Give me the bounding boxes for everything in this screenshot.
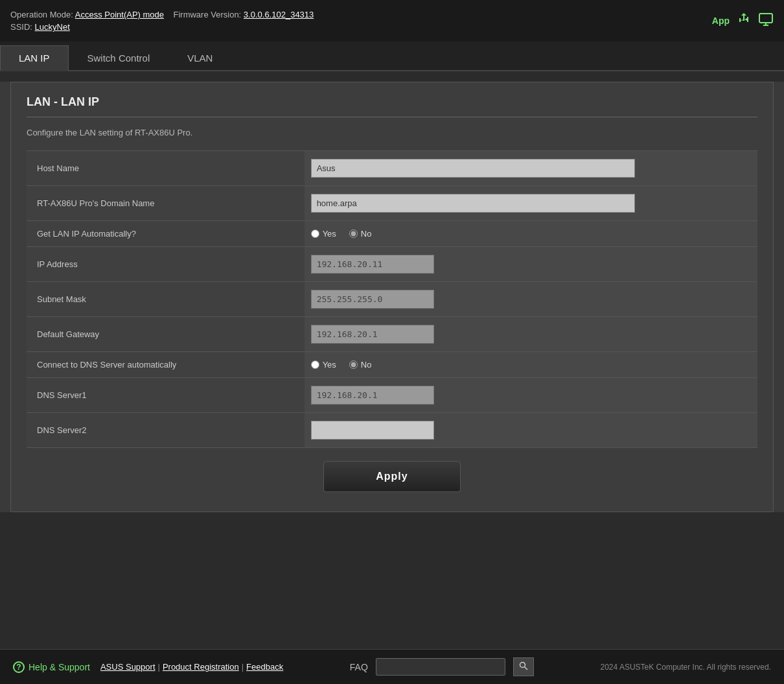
- row-host-name: Host Name: [27, 151, 757, 186]
- dns-server2-cell: [305, 413, 757, 448]
- faq-search-input[interactable]: [376, 658, 505, 676]
- help-icon: ?: [13, 661, 25, 673]
- connect-dns-yes-text: Yes: [323, 360, 336, 370]
- top-bar-actions: App: [712, 12, 774, 30]
- ssid-link[interactable]: LuckyNet: [35, 22, 70, 32]
- svg-rect-0: [759, 14, 772, 23]
- faq-label: FAQ: [350, 662, 368, 672]
- tab-switch-control[interactable]: Switch Control: [69, 45, 169, 71]
- faq-search-button[interactable]: [513, 657, 534, 676]
- connect-dns-yes-label[interactable]: Yes: [311, 360, 336, 370]
- ssid-info: SSID: LuckyNet: [10, 22, 314, 32]
- domain-name-input[interactable]: [311, 194, 635, 213]
- footer-center: FAQ: [350, 657, 534, 676]
- dns-server1-cell: [305, 378, 757, 413]
- section-description: Configure the LAN setting of RT-AX86U Pr…: [27, 128, 757, 137]
- app-label: App: [712, 16, 730, 26]
- host-name-label: Host Name: [27, 151, 305, 186]
- get-lan-ip-no-label[interactable]: No: [349, 229, 372, 239]
- ssid-label: SSID:: [10, 22, 32, 32]
- main-content: LAN - LAN IP Configure the LAN setting o…: [0, 82, 784, 512]
- row-connect-dns: Connect to DNS Server automatically Yes …: [27, 352, 757, 378]
- dns-server2-label: DNS Server2: [27, 413, 305, 448]
- connect-dns-no-radio[interactable]: [349, 360, 358, 369]
- feedback-link[interactable]: Feedback: [246, 662, 283, 672]
- connect-dns-label: Connect to DNS Server automatically: [27, 352, 305, 378]
- default-gateway-input[interactable]: [311, 325, 434, 344]
- firmware-link[interactable]: 3.0.0.6.102_34313: [244, 10, 314, 19]
- tab-bar: LAN IP Switch Control VLAN: [0, 41, 784, 71]
- footer-copyright: 2024 ASUSTeK Computer Inc. All rights re…: [601, 663, 771, 672]
- host-name-input[interactable]: [311, 159, 635, 178]
- connect-dns-cell: Yes No: [305, 352, 757, 378]
- get-lan-ip-yes-radio[interactable]: [311, 230, 319, 238]
- footer-links: ASUS Support | Product Registration | Fe…: [100, 662, 283, 672]
- row-subnet-mask: Subnet Mask: [27, 282, 757, 317]
- dns-server1-label: DNS Server1: [27, 378, 305, 413]
- ip-address-label: IP Address: [27, 247, 305, 282]
- lan-ip-form: Host Name RT-AX86U Pro's Domain Name Get…: [27, 150, 757, 448]
- subnet-mask-cell: [305, 282, 757, 317]
- get-lan-ip-label: Get LAN IP Automatically?: [27, 221, 305, 247]
- subnet-mask-label: Subnet Mask: [27, 282, 305, 317]
- screen-icon[interactable]: [758, 12, 774, 30]
- ip-address-input[interactable]: [311, 255, 434, 274]
- get-lan-ip-no-radio[interactable]: [349, 230, 358, 238]
- help-support-label: Help & Support: [29, 662, 90, 672]
- top-bar: Operation Mode: Access Point(AP) mode Fi…: [0, 0, 784, 41]
- help-support-link[interactable]: ? Help & Support: [13, 661, 90, 673]
- get-lan-ip-yes-text: Yes: [323, 229, 336, 239]
- row-ip-address: IP Address: [27, 247, 757, 282]
- footer-left: ? Help & Support ASUS Support | Product …: [13, 661, 283, 673]
- connect-dns-no-text: No: [361, 360, 372, 370]
- product-registration-link[interactable]: Product Registration: [163, 662, 239, 672]
- row-dns-server2: DNS Server2: [27, 413, 757, 448]
- default-gateway-cell: [305, 317, 757, 352]
- get-lan-ip-no-text: No: [361, 229, 372, 239]
- get-lan-ip-radio-group: Yes No: [311, 229, 751, 239]
- asus-support-link[interactable]: ASUS Support: [100, 662, 156, 672]
- connect-dns-yes-radio[interactable]: [311, 360, 319, 369]
- usb-icon[interactable]: [736, 12, 752, 30]
- row-default-gateway: Default Gateway: [27, 317, 757, 352]
- default-gateway-label: Default Gateway: [27, 317, 305, 352]
- tab-vlan[interactable]: VLAN: [168, 45, 231, 71]
- row-dns-server1: DNS Server1: [27, 378, 757, 413]
- tab-lan-ip[interactable]: LAN IP: [0, 45, 69, 71]
- footer: ? Help & Support ASUS Support | Product …: [0, 649, 784, 684]
- host-name-cell: [305, 151, 757, 186]
- dns-server1-input[interactable]: [311, 386, 434, 405]
- svg-line-2: [524, 667, 527, 670]
- copyright-text: 2024 ASUSTeK Computer Inc. All rights re…: [601, 663, 771, 672]
- apply-button[interactable]: Apply: [323, 461, 460, 492]
- get-lan-ip-yes-label[interactable]: Yes: [311, 229, 336, 239]
- domain-name-label: RT-AX86U Pro's Domain Name: [27, 186, 305, 221]
- ip-address-cell: [305, 247, 757, 282]
- connect-dns-radio-group: Yes No: [311, 360, 751, 370]
- subnet-mask-input[interactable]: [311, 290, 434, 309]
- operation-mode: Operation Mode: Access Point(AP) mode Fi…: [10, 10, 314, 19]
- content-panel: LAN - LAN IP Configure the LAN setting o…: [10, 82, 774, 512]
- firmware-label: Firmware Version:: [173, 10, 241, 19]
- dns-server2-input[interactable]: [311, 421, 434, 440]
- op-mode-link[interactable]: Access Point(AP) mode: [75, 10, 164, 19]
- top-bar-info: Operation Mode: Access Point(AP) mode Fi…: [10, 10, 314, 32]
- get-lan-ip-cell: Yes No: [305, 221, 757, 247]
- op-mode-label: Operation Mode:: [10, 10, 73, 19]
- row-domain-name: RT-AX86U Pro's Domain Name: [27, 186, 757, 221]
- domain-name-cell: [305, 186, 757, 221]
- svg-point-1: [520, 663, 525, 668]
- apply-area: Apply: [27, 448, 757, 499]
- connect-dns-no-label[interactable]: No: [349, 360, 372, 370]
- section-title: LAN - LAN IP: [27, 95, 757, 117]
- row-get-lan-ip: Get LAN IP Automatically? Yes No: [27, 221, 757, 247]
